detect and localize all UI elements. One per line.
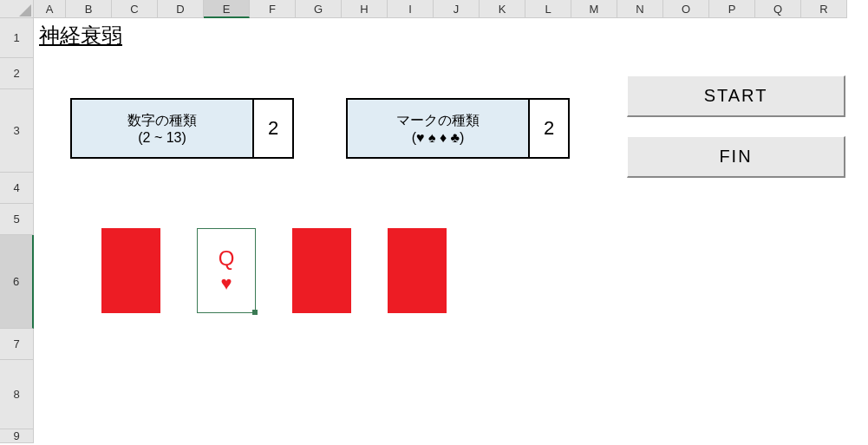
suit-type-label-line2: (♥ ♠ ♦ ♣) [412, 130, 465, 146]
svg-marker-0 [19, 4, 31, 16]
column-header-P[interactable]: P [709, 0, 755, 18]
column-header-C[interactable]: C [112, 0, 158, 18]
column-header-A[interactable]: A [34, 0, 66, 18]
column-header-O[interactable]: O [663, 0, 709, 18]
card-back[interactable] [101, 228, 160, 313]
number-type-group: 数字の種類 (2 ~ 13) 2 [70, 98, 294, 159]
column-header-D[interactable]: D [158, 0, 204, 18]
column-header-Q[interactable]: Q [755, 0, 801, 18]
row-header-8[interactable]: 8 [0, 360, 34, 429]
row-header-2[interactable]: 2 [0, 58, 34, 89]
row-header-5[interactable]: 5 [0, 204, 34, 235]
column-header-F[interactable]: F [250, 0, 296, 18]
select-all-corner[interactable] [0, 0, 34, 18]
start-button[interactable]: START [627, 75, 845, 117]
number-type-value[interactable]: 2 [254, 100, 292, 157]
row-header-7[interactable]: 7 [0, 329, 34, 360]
suit-type-label-line1: マークの種類 [396, 112, 480, 130]
row-header-3[interactable]: 3 [0, 89, 34, 173]
card-back[interactable] [388, 228, 447, 313]
row-header-6[interactable]: 6 [0, 235, 34, 329]
row-header-9[interactable]: 9 [0, 429, 34, 443]
column-header-H[interactable]: H [342, 0, 388, 18]
fin-button[interactable]: FIN [627, 136, 845, 178]
column-header-E[interactable]: E [204, 0, 250, 18]
heart-icon: ♥ [220, 272, 232, 295]
card-back[interactable] [292, 228, 351, 313]
column-header-N[interactable]: N [617, 0, 663, 18]
page-title: 神経衰弱 [39, 22, 122, 49]
number-type-label-line1: 数字の種類 [127, 112, 197, 130]
column-header-K[interactable]: K [480, 0, 525, 18]
card-rank: Q [219, 246, 235, 271]
suit-type-value[interactable]: 2 [530, 100, 568, 157]
worksheet-area[interactable]: 神経衰弱 数字の種類 (2 ~ 13) 2 マークの種類 (♥ ♠ ♦ ♣) 2… [34, 18, 868, 445]
suit-type-group: マークの種類 (♥ ♠ ♦ ♣) 2 [346, 98, 570, 159]
column-header-L[interactable]: L [525, 0, 571, 18]
column-header-J[interactable]: J [434, 0, 480, 18]
fill-handle[interactable] [252, 310, 258, 315]
column-header-M[interactable]: M [571, 0, 617, 18]
card-face[interactable]: Q♥ [197, 228, 256, 313]
row-header-1[interactable]: 1 [0, 18, 34, 58]
column-header-R[interactable]: R [801, 0, 847, 18]
number-type-label-line2: (2 ~ 13) [138, 130, 186, 146]
column-header-I[interactable]: I [388, 0, 434, 18]
column-header-B[interactable]: B [66, 0, 112, 18]
column-header-G[interactable]: G [296, 0, 342, 18]
row-header-4[interactable]: 4 [0, 173, 34, 204]
